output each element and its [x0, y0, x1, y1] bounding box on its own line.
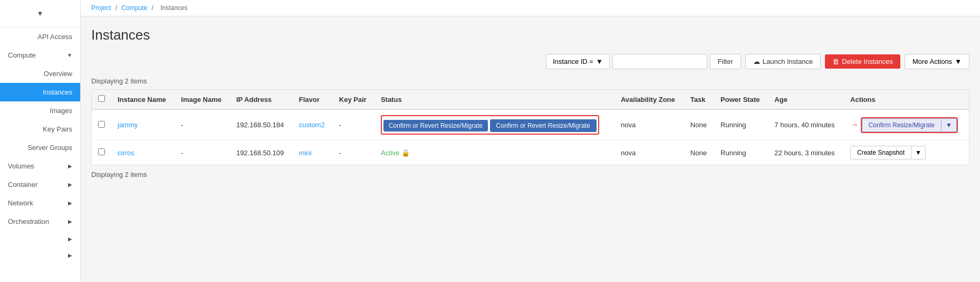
table-row: cirros - 192.168.50.109 mini - Active 🔒 …	[92, 140, 969, 165]
sidebar-item-volumes[interactable]: Volumes ▶	[0, 157, 80, 175]
row1-status-badge: Confirm or Revert Resize/Migrate	[383, 120, 488, 131]
breadcrumb-sep2: /	[151, 4, 153, 12]
sidebar-item-overview[interactable]: Overview	[0, 64, 80, 83]
breadcrumb-project[interactable]: Project	[91, 4, 111, 12]
row1-task: None	[684, 109, 714, 140]
row1-confirm-resize-btn[interactable]: Confirm Resize/Migrate	[862, 118, 941, 132]
col-ip-address: IP Address	[230, 90, 293, 109]
col-status: Status	[374, 90, 614, 109]
row1-age: 7 hours, 40 minutes	[768, 109, 844, 140]
select-all-checkbox[interactable]	[98, 95, 105, 102]
sidebar-collapse-btn[interactable]: ▼	[0, 5, 80, 22]
sidebar-item-server-groups[interactable]: Server Groups	[0, 138, 80, 157]
more-actions-chevron-icon: ▼	[955, 58, 962, 65]
row1-arrow-icon: →	[850, 120, 859, 129]
network-chevron-icon: ▶	[68, 200, 72, 206]
row2-image-name: -	[175, 140, 230, 165]
row1-action-dropdown-btn[interactable]: ▼	[941, 118, 957, 132]
row1-status: Confirm or Revert Resize/Migrate Confirm…	[374, 109, 614, 140]
row2-action-dropdown-btn[interactable]: ▼	[911, 146, 926, 159]
row1-status-tooltip: Confirm or Revert Resize/Migrate	[490, 119, 597, 132]
volumes-chevron-icon: ▶	[68, 163, 72, 169]
col-instance-name: Instance Name	[111, 90, 175, 109]
instance-id-filter-btn[interactable]: Instance ID = ▼	[546, 54, 610, 69]
row1-ip-address: 192.168.50.184	[230, 109, 293, 140]
more-actions-button[interactable]: More Actions ▼	[905, 54, 969, 69]
row1-key-pair: -	[333, 109, 374, 140]
row2-age: 22 hours, 3 minutes	[768, 140, 844, 165]
col-age: Age	[768, 90, 844, 109]
row2-power-state: Running	[714, 140, 768, 165]
table-header-row: Instance Name Image Name IP Address Flav…	[92, 90, 969, 109]
row1-az: nova	[614, 109, 684, 140]
row2-flavor[interactable]: mini	[299, 149, 312, 157]
row2-task: None	[684, 140, 714, 165]
row1-checkbox[interactable]	[98, 121, 105, 128]
sidebar-item-container[interactable]: Container ▶	[0, 175, 80, 194]
row2-create-snapshot-btn[interactable]: Create Snapshot	[850, 146, 911, 159]
row2-key-pair: -	[333, 140, 374, 165]
lock-icon: 🔒	[401, 149, 410, 157]
row2-ip-address: 192.168.50.109	[230, 140, 293, 165]
col-availability-zone: Availability Zone	[614, 90, 684, 109]
table-row: jammy - 192.168.50.184 custom2 - Confirm…	[92, 109, 969, 140]
displaying-count-bottom: Displaying 2 items	[91, 171, 969, 178]
main-content: Project / Compute / Instances Instances …	[81, 0, 980, 282]
row1-instance-name[interactable]: jammy	[118, 121, 138, 129]
container-chevron-icon: ▶	[68, 182, 72, 187]
page-title: Instances	[91, 27, 969, 43]
extra1-chevron-icon: ▶	[68, 236, 72, 242]
displaying-count: Displaying 2 items	[91, 77, 969, 85]
row2-az: nova	[614, 140, 684, 165]
orchestration-chevron-icon: ▶	[68, 219, 72, 224]
sidebar-item-api-access[interactable]: API Access	[0, 27, 80, 46]
row1-power-state: Running	[714, 109, 768, 140]
launch-icon: ☁	[753, 58, 760, 65]
sidebar-item-extra2[interactable]: ▶	[0, 247, 80, 264]
sidebar-item-orchestration[interactable]: Orchestration ▶	[0, 212, 80, 231]
sidebar-item-network[interactable]: Network ▶	[0, 194, 80, 212]
row1-actions: → Confirm Resize/Migrate ▼	[844, 109, 969, 140]
row2-action-group: Create Snapshot ▼	[850, 146, 963, 159]
row1-action-group: Confirm Resize/Migrate ▼	[861, 117, 958, 133]
sidebar-item-images[interactable]: Images	[0, 101, 80, 120]
breadcrumb-sep1: /	[116, 4, 117, 12]
delete-icon: 🗑	[832, 58, 839, 65]
instances-table: Instance Name Image Name IP Address Flav…	[91, 89, 969, 165]
col-image-name: Image Name	[175, 90, 230, 109]
sidebar: ▼ API Access Compute ▼ Overview Instance…	[0, 0, 81, 282]
row2-status: Active 🔒	[374, 140, 614, 165]
compute-chevron-icon: ▼	[67, 52, 72, 58]
sidebar-item-instances[interactable]: Instances	[0, 83, 80, 101]
sidebar-item-compute[interactable]: Compute ▼	[0, 46, 80, 64]
launch-instance-button[interactable]: ☁ Launch Instance	[745, 54, 821, 69]
col-key-pair: Key Pair	[333, 90, 374, 109]
filter-group: Instance ID = ▼ Filter	[546, 54, 741, 69]
filter-button[interactable]: Filter	[710, 54, 741, 69]
row2-instance-name[interactable]: cirros	[118, 149, 134, 157]
col-actions: Actions	[844, 90, 969, 109]
col-flavor: Flavor	[293, 90, 333, 109]
breadcrumb: Project / Compute / Instances	[81, 0, 980, 16]
col-power-state: Power State	[714, 90, 768, 109]
row2-status-active: Active	[381, 149, 399, 157]
sidebar-item-keypairs[interactable]: Key Pairs	[0, 120, 80, 138]
delete-instances-button[interactable]: 🗑 Delete Instances	[825, 54, 900, 69]
row2-checkbox[interactable]	[98, 148, 105, 155]
sidebar-item-extra1[interactable]: ▶	[0, 231, 80, 247]
instance-id-chevron-icon: ▼	[596, 58, 603, 65]
collapse-icon: ▼	[37, 10, 44, 17]
row1-image-name: -	[175, 109, 230, 140]
row1-flavor[interactable]: custom2	[299, 121, 325, 129]
col-task: Task	[684, 90, 714, 109]
content-area: Instances Instance ID = ▼ Filter ☁ Launc…	[81, 16, 980, 282]
extra2-chevron-icon: ▶	[68, 252, 72, 258]
breadcrumb-compute[interactable]: Compute	[121, 4, 147, 12]
row2-actions: Create Snapshot ▼	[844, 140, 969, 165]
toolbar: Instance ID = ▼ Filter ☁ Launch Instance…	[91, 54, 969, 69]
filter-input[interactable]	[612, 54, 707, 69]
breadcrumb-instances: Instances	[160, 4, 187, 12]
